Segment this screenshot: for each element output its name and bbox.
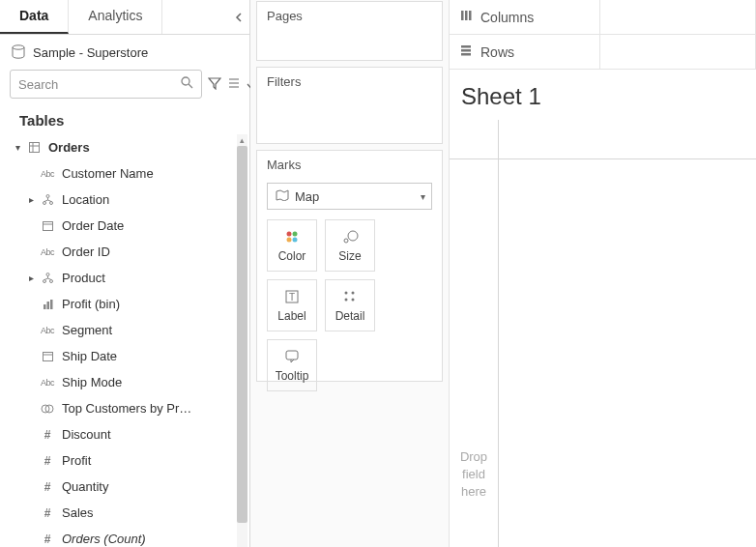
field-item[interactable]: Profit (bin) [0, 291, 249, 317]
field-item[interactable]: ▸Product [0, 265, 249, 291]
svg-point-24 [287, 232, 292, 237]
field-label: Quantity [56, 479, 249, 494]
svg-rect-36 [286, 351, 298, 360]
field-item[interactable]: #Discount [0, 421, 249, 447]
map-icon [276, 189, 289, 204]
field-item[interactable]: AbcShip Mode [0, 369, 249, 395]
svg-point-33 [352, 292, 355, 295]
field-item[interactable]: ▸Location [0, 187, 249, 213]
pages-shelf[interactable]: Pages [256, 1, 443, 61]
svg-rect-20 [43, 353, 52, 361]
datasource-name: Sample - Superstore [33, 45, 148, 60]
pages-title: Pages [257, 2, 442, 30]
tab-analytics[interactable]: Analytics [69, 0, 162, 34]
mark-label[interactable]: T Label [267, 279, 317, 331]
type-icon [39, 350, 56, 362]
svg-point-1 [182, 77, 189, 85]
filters-title: Filters [257, 68, 442, 96]
field-label: Sales [56, 505, 249, 520]
rows-drop-zone[interactable] [600, 35, 756, 69]
type-icon: # [39, 428, 56, 442]
type-icon [39, 272, 56, 284]
field-item[interactable]: AbcSegment [0, 317, 249, 343]
svg-point-0 [13, 45, 24, 49]
rows-icon [459, 43, 473, 60]
scrollbar[interactable]: ▴ [237, 134, 247, 547]
field-item[interactable]: #Sales [0, 500, 249, 526]
svg-text:T: T [289, 292, 295, 302]
view-list-icon[interactable] [227, 76, 241, 93]
sheet-title[interactable]: Sheet 1 [450, 70, 756, 120]
field-item[interactable]: AbcOrder ID [0, 239, 249, 265]
field-item[interactable]: #Profit [0, 447, 249, 474]
filters-shelf[interactable]: Filters [256, 67, 443, 144]
filter-icon[interactable] [208, 76, 221, 93]
expand-icon[interactable]: ▸ [23, 194, 39, 205]
type-icon: # [39, 454, 56, 468]
field-label: Profit (bin) [56, 297, 249, 311]
field-item[interactable]: #Orders (Count) [0, 526, 249, 547]
svg-point-11 [49, 202, 52, 205]
field-label: Discount [56, 427, 249, 442]
mark-tooltip[interactable]: Tooltip [267, 339, 317, 391]
svg-rect-39 [469, 11, 472, 20]
columns-drop-zone[interactable] [600, 0, 756, 34]
table-icon [25, 141, 43, 154]
field-item[interactable]: #Quantity [0, 474, 249, 500]
field-item[interactable]: AbcCustomer Name [0, 160, 249, 187]
collapse-pane-button[interactable] [228, 0, 249, 34]
svg-line-2 [189, 84, 192, 88]
svg-point-10 [43, 202, 45, 205]
svg-rect-19 [50, 300, 53, 309]
search-icon[interactable] [181, 76, 193, 92]
columns-shelf[interactable]: Columns [450, 0, 756, 35]
collapse-icon[interactable]: ▾ [10, 142, 25, 153]
field-label: Top Customers by Pr… [56, 401, 249, 416]
rows-shelf[interactable]: Rows [450, 35, 756, 70]
svg-point-25 [293, 232, 298, 237]
expand-icon[interactable]: ▸ [23, 273, 39, 283]
field-label: Ship Mode [56, 375, 249, 389]
tab-data[interactable]: Data [0, 0, 69, 34]
type-icon: Abc [39, 378, 56, 388]
viz-canvas[interactable]: Drop field here [450, 120, 756, 547]
mark-type-label: Map [295, 189, 319, 204]
mark-type-select[interactable]: Map ▾ [267, 183, 432, 210]
svg-rect-40 [461, 45, 471, 48]
svg-point-14 [46, 274, 49, 276]
svg-point-28 [344, 239, 348, 243]
field-label: Order Date [56, 218, 249, 233]
type-icon: Abc [39, 169, 56, 179]
type-icon: Abc [39, 326, 56, 335]
search-input-container [10, 70, 202, 99]
svg-point-9 [46, 195, 49, 198]
columns-label: Columns [480, 10, 534, 25]
marks-title: Marks [257, 151, 442, 179]
svg-rect-41 [461, 49, 471, 52]
mark-detail[interactable]: Detail [325, 279, 375, 331]
svg-rect-38 [465, 11, 468, 20]
field-item[interactable]: Top Customers by Pr… [0, 395, 249, 421]
svg-rect-17 [44, 304, 46, 309]
mark-size[interactable]: Size [325, 219, 375, 272]
scroll-thumb[interactable] [237, 146, 247, 523]
chevron-down-icon: ▾ [421, 191, 425, 202]
svg-point-16 [49, 280, 52, 283]
database-icon [12, 44, 25, 60]
field-item[interactable]: Ship Date [0, 343, 249, 369]
datasource-item[interactable]: Sample - Superstore [0, 35, 249, 70]
mark-color[interactable]: Color [267, 219, 317, 272]
scroll-up-icon[interactable]: ▴ [237, 134, 247, 146]
type-icon: # [39, 533, 56, 546]
search-input[interactable] [18, 77, 181, 92]
svg-point-32 [345, 292, 348, 295]
svg-rect-42 [461, 53, 471, 56]
svg-point-15 [43, 280, 45, 283]
type-icon: Abc [39, 247, 56, 257]
svg-rect-37 [461, 11, 464, 20]
columns-icon [459, 9, 473, 25]
type-icon [39, 193, 56, 206]
table-orders[interactable]: ▾Orders [0, 134, 249, 160]
field-item[interactable]: Order Date [0, 213, 249, 239]
svg-point-35 [352, 299, 355, 302]
